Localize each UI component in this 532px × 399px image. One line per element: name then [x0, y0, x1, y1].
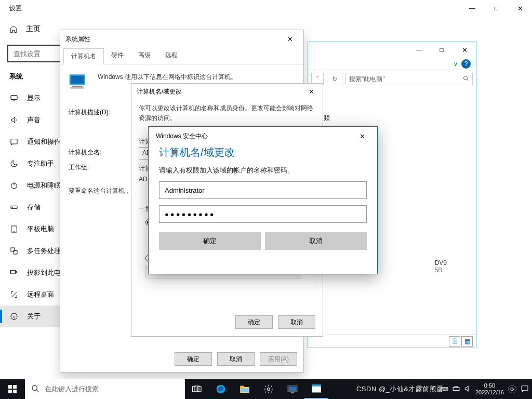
sysprops-titlebar: 系统属性 ✕	[60, 30, 303, 48]
task-view-button[interactable]	[185, 379, 209, 399]
credential-dialog: Windows 安全中心 ✕ 计算机名/域更改 请输入有权限加入该域的帐户的名称…	[148, 126, 378, 274]
svg-rect-1	[11, 96, 17, 100]
sysprops-ok-button[interactable]: 确定	[175, 352, 212, 366]
svg-rect-17	[13, 385, 17, 389]
cred-cancel-button[interactable]: 取消	[265, 232, 367, 250]
storage-icon	[9, 203, 19, 211]
explorer-close-button[interactable]: ✕	[453, 42, 476, 58]
taskbar-search-placeholder: 在此键入进行搜索	[45, 384, 99, 394]
minimize-button[interactable]: —	[460, 0, 484, 17]
svg-rect-30	[289, 387, 297, 391]
explorer-address-row: ˅ ↻ 搜索"此电脑"	[308, 70, 476, 88]
svg-rect-13	[71, 76, 84, 84]
tray-chevron-icon[interactable]: ˄	[433, 385, 436, 393]
home-label: 主页	[26, 24, 41, 34]
date-text: 2022/12/16	[475, 389, 504, 396]
svg-point-20	[32, 385, 37, 390]
view-icons-button[interactable]: ▦	[461, 336, 473, 347]
settings-title-text: 设置	[9, 4, 22, 13]
cred-close-button[interactable]: ✕	[354, 129, 370, 143]
ribbon-expand-icon[interactable]: v	[454, 60, 457, 68]
nav-label: 声音	[27, 115, 41, 125]
sysprops-buttons: 确定 取消 应用(A)	[175, 352, 297, 366]
refresh-button[interactable]: ↻	[327, 73, 342, 85]
tablet-icon	[9, 225, 19, 233]
view-details-button[interactable]: ☰	[449, 336, 460, 347]
edge-icon[interactable]	[209, 379, 233, 399]
svg-rect-9	[10, 270, 15, 274]
project-icon	[9, 269, 19, 277]
fullname-label: 计算机全名:	[69, 148, 115, 157]
domchg-buttons: 确定 取消	[235, 315, 315, 329]
tray-ease-icon[interactable]: ⟳	[508, 385, 516, 393]
explorer-ribbon: v ?	[308, 58, 476, 70]
moon-icon	[9, 159, 19, 168]
sysprops-title-text: 系统属性	[65, 35, 90, 44]
explorer-icon[interactable]	[233, 379, 257, 399]
svg-rect-33	[312, 385, 321, 387]
tray-ime-icon[interactable]: ⌨	[440, 386, 448, 393]
nav-label: 多任务处理	[27, 246, 61, 256]
cred-heading: 计算机名/域更改	[149, 145, 377, 159]
taskbar-search[interactable]: 在此键入进行搜索	[25, 379, 185, 399]
content-group: 频	[324, 114, 330, 123]
home-icon	[9, 25, 18, 33]
settings-icon[interactable]	[257, 379, 281, 399]
notify-icon	[9, 138, 19, 146]
svg-rect-26	[240, 386, 244, 388]
maximize-button[interactable]: □	[484, 0, 508, 17]
watermark: CSDN @_小仙&才露前煎蛋	[356, 384, 444, 394]
domchg-title-text: 计算机名/域更改	[137, 87, 182, 96]
start-button[interactable]	[0, 379, 25, 399]
close-button[interactable]: ✕	[508, 0, 532, 17]
sysprops-info-text: Windows 使用以下信息在网络中标识这台计算机。	[98, 73, 237, 82]
cred-titlebar: Windows 安全中心 ✕	[149, 127, 377, 145]
svg-rect-27	[241, 388, 248, 392]
search-icon	[463, 75, 469, 83]
sysprops-cancel-button[interactable]: 取消	[217, 352, 255, 366]
explorer-maximize-button[interactable]: □	[430, 42, 453, 58]
sysprops-apply-button[interactable]: 应用(A)	[260, 352, 297, 366]
explorer-search[interactable]: 搜索"此电脑"	[345, 73, 473, 85]
domchg-ok-button[interactable]: 确定	[235, 315, 273, 329]
clock[interactable]: 0:50 2022/12/16	[475, 382, 504, 395]
sound-icon	[9, 116, 19, 124]
domchg-cancel-button[interactable]: 取消	[278, 315, 315, 329]
remote-icon	[9, 290, 19, 299]
sysprops-close-button[interactable]: ✕	[281, 32, 299, 46]
cred-message: 请输入有权限加入该域的帐户的名称和密码。	[149, 159, 377, 175]
svg-rect-18	[8, 390, 12, 393]
server-manager-icon[interactable]	[281, 379, 304, 399]
svg-rect-16	[8, 385, 12, 389]
svg-rect-35	[522, 386, 528, 391]
cred-buttons: 确定 取消	[159, 232, 367, 250]
explorer-titlebar: — □ ✕	[308, 42, 476, 58]
action-center-icon[interactable]	[521, 384, 529, 394]
username-field[interactable]: Administrator	[159, 181, 367, 199]
password-field[interactable]: ●●●●●●●●●	[159, 205, 367, 223]
tray-volume-icon[interactable]	[464, 385, 471, 393]
explorer-search-placeholder: 搜索"此电脑"	[349, 75, 385, 84]
drive-line2: 5B	[435, 267, 447, 274]
tab-hardware[interactable]: 硬件	[104, 48, 131, 64]
cred-ok-button[interactable]: 确定	[159, 232, 261, 250]
help-icon[interactable]: ?	[461, 59, 471, 69]
tab-advanced[interactable]: 高级	[131, 48, 158, 64]
app-window-icon[interactable]	[304, 379, 328, 399]
tray-network-icon[interactable]	[453, 385, 460, 393]
time-text: 0:50	[475, 382, 504, 389]
svg-rect-31	[291, 392, 295, 393]
svg-point-28	[268, 388, 270, 391]
domchg-close-button[interactable]: ✕	[303, 85, 320, 98]
tab-remote[interactable]: 远程	[158, 48, 185, 64]
tab-computer-name[interactable]: 计算机名	[63, 48, 104, 64]
power-icon	[9, 181, 19, 190]
nav-label: 专注助手	[27, 159, 54, 168]
monitor-icon	[9, 94, 19, 102]
drive-line1: DV9	[435, 259, 447, 267]
explorer-minimize-button[interactable]: —	[407, 42, 430, 58]
svg-rect-19	[13, 390, 17, 393]
window-controls: — □ ✕	[460, 0, 532, 17]
workgroup-label: 工作组:	[69, 163, 115, 172]
sysprops-tabs: 计算机名 硬件 高级 远程	[60, 48, 303, 64]
